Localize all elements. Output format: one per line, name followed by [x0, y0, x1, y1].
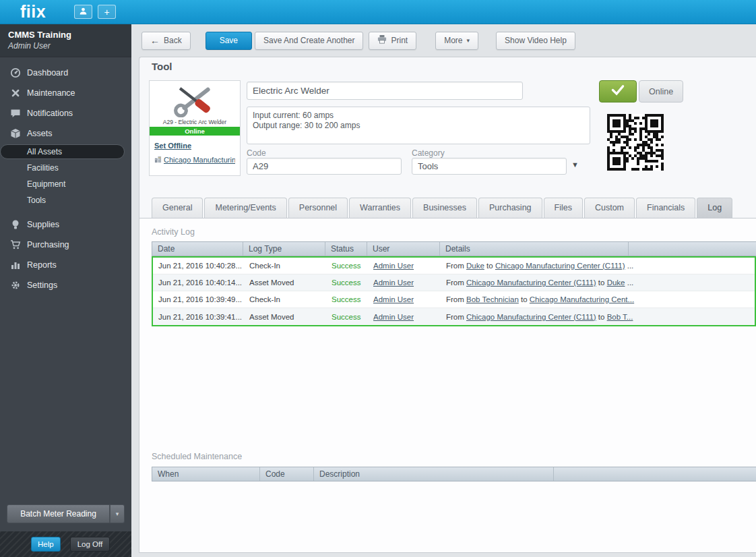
- detail-text: From: [446, 295, 466, 303]
- tab-personnel[interactable]: Personnel: [288, 198, 348, 218]
- user-icon: [79, 7, 88, 18]
- add-button[interactable]: +: [98, 5, 116, 19]
- user-link[interactable]: Admin User: [373, 278, 414, 287]
- asset-links: Set Offline Chicago Manufacturing...: [150, 136, 240, 166]
- column-header-code[interactable]: Code: [260, 467, 314, 481]
- detail-text: From: [446, 313, 466, 321]
- detail-text: From: [446, 278, 466, 287]
- batch-meter-control: Batch Meter Reading ▾: [7, 504, 125, 523]
- sidebar-item-supplies[interactable]: Supplies: [0, 214, 131, 235]
- batch-meter-reading-button[interactable]: Batch Meter Reading: [7, 504, 110, 523]
- asset-image[interactable]: [150, 81, 240, 119]
- sidebar-item-settings[interactable]: Settings: [0, 275, 131, 295]
- tab-files[interactable]: Files: [544, 198, 583, 218]
- detail-link[interactable]: Chicago Manufacturing Center (C111): [495, 262, 625, 270]
- user-link[interactable]: Admin User: [373, 295, 414, 303]
- sidebar: CMMS Training Admin User DashboardMainte…: [0, 24, 131, 557]
- detail-link[interactable]: Chicago Manufacturing Center (C111): [466, 278, 596, 287]
- save-and-create-another-button[interactable]: Save And Create Another: [255, 32, 363, 50]
- activity-log-row[interactable]: Jun 21, 2016 10:40:14...Asset MovedSucce…: [153, 274, 755, 291]
- tab-financials[interactable]: Financials: [636, 198, 695, 218]
- scheduled-maintenance-table: WhenCodeDescription: [152, 467, 756, 481]
- tab-log[interactable]: Log: [697, 198, 732, 218]
- more-button[interactable]: More ▾: [435, 32, 478, 50]
- column-header-log-type[interactable]: Log Type: [243, 242, 325, 256]
- checkmark-icon: [610, 84, 625, 98]
- sidebar-item-facilities[interactable]: Facilities: [0, 160, 131, 176]
- sidebar-item-assets[interactable]: Assets: [0, 123, 131, 144]
- log-user-cell: Admin User: [368, 295, 441, 303]
- column-header-when[interactable]: When: [152, 467, 260, 481]
- activity-log-row[interactable]: Jun 21, 2016 10:39:41...Asset MovedSucce…: [153, 308, 755, 325]
- category-dropdown-icon[interactable]: ▼: [571, 160, 579, 169]
- log-status-cell: Success: [326, 278, 368, 287]
- sidebar-item-notifications[interactable]: Notifications: [0, 103, 131, 123]
- log-status-cell: Success: [326, 262, 368, 270]
- print-button[interactable]: Print: [369, 32, 416, 50]
- page-title: Tool: [152, 61, 172, 72]
- sidebar-item-label: Reports: [27, 260, 57, 270]
- column-header-date[interactable]: Date: [152, 242, 243, 256]
- user-link[interactable]: Admin User: [373, 262, 414, 270]
- arrow-left-icon: ←: [150, 36, 160, 45]
- sidebar-item-tools[interactable]: Tools: [0, 192, 131, 208]
- sidebar-item-maintenance[interactable]: Maintenance: [0, 83, 131, 103]
- detail-link[interactable]: Bob T...: [607, 313, 633, 321]
- tab-custom[interactable]: Custom: [584, 198, 635, 218]
- activity-log-row[interactable]: Jun 21, 2016 10:40:28...Check-InSuccessA…: [153, 258, 755, 274]
- sidebar-item-equipment[interactable]: Equipment: [0, 176, 131, 192]
- online-toggle-button[interactable]: [599, 80, 637, 102]
- asset-caption: A29 - Electric Arc Welder: [150, 119, 240, 127]
- category-input[interactable]: [412, 158, 567, 175]
- batch-meter-dropdown-button[interactable]: ▾: [110, 504, 125, 523]
- sidebar-item-reports[interactable]: Reports: [0, 255, 131, 275]
- caret-down-icon: ▾: [467, 37, 470, 44]
- asset-status-bar: Online: [150, 127, 240, 136]
- set-offline-link[interactable]: Set Offline: [154, 142, 191, 150]
- assets-icon: [9, 128, 21, 140]
- detail-text: to: [519, 295, 530, 303]
- detail-text: to: [596, 313, 607, 321]
- save-button[interactable]: Save: [206, 32, 252, 50]
- description-input[interactable]: Input current: 60 amps Output range: 30 …: [247, 107, 590, 144]
- location-link[interactable]: Chicago Manufacturing...: [164, 156, 235, 164]
- detail-link[interactable]: Duke: [607, 278, 625, 287]
- code-input[interactable]: [247, 158, 402, 175]
- back-button[interactable]: ← Back: [141, 32, 191, 50]
- sidebar-item-purchasing[interactable]: Purchasing: [0, 235, 131, 255]
- tab-warranties[interactable]: Warranties: [349, 198, 411, 218]
- activity-log-row[interactable]: Jun 21, 2016 10:39:49...Check-InSuccessA…: [153, 291, 755, 308]
- user-link[interactable]: Admin User: [373, 313, 414, 321]
- column-header-details[interactable]: Details: [440, 242, 629, 256]
- tab-content: Activity Log DateLog TypeStatusUserDetai…: [139, 218, 756, 552]
- log-date-cell: Jun 21, 2016 10:39:49...: [153, 295, 244, 303]
- help-button[interactable]: Help: [31, 537, 61, 552]
- notifications-icon: [9, 108, 21, 119]
- show-video-help-button[interactable]: Show Video Help: [496, 32, 575, 50]
- user-button[interactable]: [74, 5, 92, 19]
- activity-log-header: DateLog TypeStatusUserDetails: [152, 241, 756, 256]
- tab-general[interactable]: General: [152, 198, 203, 218]
- tab-businesses[interactable]: Businesses: [412, 198, 477, 218]
- sidebar-item-all-assets[interactable]: All Assets: [0, 144, 125, 159]
- column-header-extra: [629, 242, 756, 256]
- column-header-user[interactable]: User: [367, 242, 440, 256]
- column-header-status[interactable]: Status: [325, 242, 367, 256]
- column-header-description[interactable]: Description: [314, 467, 554, 481]
- sidebar-item-label: All Assets: [27, 147, 62, 156]
- activity-log-rows: Jun 21, 2016 10:40:28...Check-InSuccessA…: [152, 256, 756, 326]
- log-details-cell: From Chicago Manufacturing Center (C111)…: [441, 313, 755, 321]
- detail-link[interactable]: Chicago Manufacturing Center (C111): [466, 313, 596, 321]
- tab-metering-events[interactable]: Metering/Events: [204, 198, 286, 218]
- settings-icon: [9, 280, 21, 291]
- name-input[interactable]: [247, 82, 523, 100]
- detail-link[interactable]: Chicago Manufacturing Cent...: [530, 295, 634, 303]
- sidebar-item-label: Equipment: [27, 179, 65, 189]
- detail-link[interactable]: Duke: [466, 262, 484, 270]
- sidebar-footer: Help Log Off: [0, 531, 131, 557]
- log-details-cell: From Chicago Manufacturing Center (C111)…: [441, 278, 755, 287]
- tab-purchasing[interactable]: Purchasing: [478, 198, 542, 218]
- detail-link[interactable]: Bob Technician: [466, 295, 519, 303]
- sidebar-item-dashboard[interactable]: Dashboard: [0, 63, 131, 83]
- log-off-button[interactable]: Log Off: [70, 537, 111, 552]
